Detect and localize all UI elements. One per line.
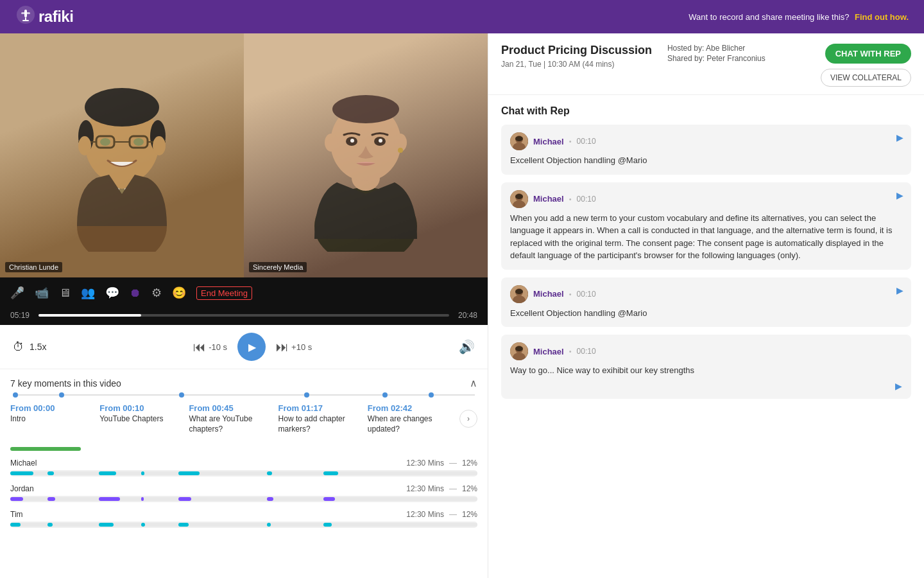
- end-meeting-btn[interactable]: End Meeting: [196, 286, 252, 300]
- key-moments-title: 7 key moments in this video: [10, 378, 121, 389]
- speaker-segment-0-0: [10, 471, 33, 475]
- video-icon[interactable]: 📹: [35, 286, 49, 300]
- time-total: 20:48: [456, 311, 477, 320]
- speaker-segment-1-4: [178, 497, 191, 501]
- chat-message-2: Michael • 00:10 ▶Excellent Objection han…: [501, 277, 911, 328]
- meeting-date: Jan 21, Tue | 10:30 AM (44 mins): [501, 60, 654, 69]
- nav-cta-link[interactable]: Find out how.: [855, 12, 909, 22]
- nav-cta: Want to record and share meeting like th…: [689, 11, 909, 22]
- timeline-track: [13, 394, 475, 396]
- speaker-section: Michael 12:30 Mins — 12% Jordan 12:30 Mi…: [0, 442, 488, 578]
- speaker-segment-1-2: [99, 497, 120, 501]
- video-name-right: Sincerely Media: [249, 262, 307, 272]
- video-feed-right: Sincerely Media: [244, 33, 488, 277]
- moment-item-3[interactable]: From 01:17How to add chapter markers?: [278, 403, 368, 434]
- playback-controls: ⏱ 1.5x ⏮ -10 s ▶ ⏭ +10 s 🔊: [0, 325, 488, 369]
- svg-point-28: [398, 148, 403, 153]
- shared-by: Shared by: Peter Franconius: [667, 54, 821, 63]
- chat-play-btn-2[interactable]: ▶: [896, 285, 903, 295]
- svg-point-31: [350, 139, 354, 143]
- moment-item-4[interactable]: From 02:42When are changes updated?: [368, 403, 457, 434]
- speed-control: ⏱ 1.5x: [13, 340, 46, 354]
- screenshare-icon[interactable]: 🖥: [59, 286, 71, 300]
- center-controls: ⏮ -10 s ▶ ⏭ +10 s: [193, 333, 312, 361]
- svg-point-32: [379, 139, 382, 143]
- moments-timeline: [10, 394, 477, 396]
- chat-play-btn-bottom[interactable]: ▶: [895, 381, 902, 391]
- progress-bar[interactable]: [38, 314, 449, 317]
- speaker-segment-1-6: [323, 497, 335, 501]
- skip-forward-icon: ⏭: [276, 340, 289, 355]
- chat-with-rep-btn[interactable]: CHAT WITH REP: [825, 44, 911, 64]
- svg-rect-4: [22, 20, 29, 21]
- moment-item-1[interactable]: From 00:10YouTube Chapters: [99, 403, 189, 434]
- main-layout: Christian Lunde: [0, 33, 924, 578]
- right-panel: Product Pricing Discussion Jan 21, Tue |…: [488, 33, 924, 578]
- video-name-left: Christian Lunde: [5, 262, 62, 272]
- chat-message-0: Michael • 00:10 ▶Excellent Objection han…: [501, 125, 911, 175]
- video-person-left: [0, 33, 244, 277]
- video-feed: Christian Lunde: [0, 33, 488, 277]
- skip-back-btn[interactable]: ⏮ -10 s: [193, 340, 227, 355]
- timeline-dot-5: [382, 392, 388, 398]
- participants-icon[interactable]: 👥: [81, 286, 95, 300]
- svg-point-25: [332, 95, 399, 123]
- chat-play-btn-1[interactable]: ▶: [896, 190, 903, 200]
- video-controls-bar: 🎤 📹 🖥 👥 💬 ⏺ ⚙ 😊 End Meeting: [0, 277, 488, 308]
- chat-message-3: Michael • 00:10 Way to go... Nice way to…: [501, 335, 911, 399]
- chat-avatar-3: [510, 342, 528, 360]
- timeline-dot-2: [59, 392, 64, 398]
- speaker-bar-1: [10, 496, 477, 502]
- speaking-indicator: [10, 447, 81, 451]
- svg-point-20: [78, 136, 91, 155]
- speaker-segment-0-1: [47, 471, 54, 475]
- svg-point-48: [515, 346, 523, 351]
- skip-forward-btn[interactable]: ⏭ +10 s: [276, 340, 312, 355]
- chat-text-3: Way to go... Nice way to exihibit our ke…: [510, 364, 902, 377]
- speaker-segment-2-5: [267, 523, 270, 527]
- chat-avatar-1: [510, 190, 528, 208]
- meeting-info: Product Pricing Discussion Jan 21, Tue |…: [488, 33, 924, 95]
- chat-title: Chat with Rep: [501, 105, 911, 117]
- play-pause-btn[interactable]: ▶: [237, 333, 266, 361]
- video-toolbar-icons: 🎤 📹 🖥 👥 💬 ⏺ ⚙ 😊 End Meeting: [10, 286, 252, 300]
- left-panel: Christian Lunde: [0, 33, 488, 578]
- logo-text: rafiki: [38, 8, 73, 26]
- emoji-icon[interactable]: 😊: [172, 286, 186, 300]
- key-moments-header: 7 key moments in this video ∧: [10, 377, 477, 389]
- chat-play-btn-0[interactable]: ▶: [896, 132, 903, 143]
- speaker-bar-2: [10, 521, 477, 528]
- view-collateral-btn[interactable]: VIEW COLLATERAL: [821, 69, 911, 87]
- meeting-title: Product Pricing Discussion: [501, 44, 654, 57]
- collapse-btn[interactable]: ∧: [470, 377, 477, 389]
- moment-item-2[interactable]: From 00:45What are YouTube chapters?: [189, 403, 278, 434]
- logo-icon: [15, 4, 36, 29]
- speaker-row-1: Jordan 12:30 Mins — 12%: [10, 484, 477, 502]
- top-nav: rafiki Want to record and share meeting …: [0, 0, 924, 33]
- chat-text-1: When you add a new term to your custom v…: [510, 212, 902, 262]
- svg-point-18: [100, 138, 110, 146]
- svg-point-40: [515, 194, 523, 199]
- speaker-segment-0-4: [178, 471, 200, 475]
- speed-label[interactable]: 1.5x: [30, 342, 46, 352]
- moments-next-btn[interactable]: ›: [459, 410, 477, 428]
- more-icon[interactable]: ⚙: [151, 286, 162, 300]
- speaker-segment-2-2: [99, 523, 114, 527]
- svg-point-44: [515, 289, 523, 294]
- volume-control[interactable]: 🔊: [459, 339, 475, 355]
- speaker-segment-1-1: [47, 497, 55, 501]
- timeline-dot-3: [179, 392, 184, 398]
- speaker-segment-1-0: [10, 497, 23, 501]
- volume-icon: 🔊: [459, 340, 475, 354]
- speaker-segment-1-5: [267, 497, 273, 501]
- video-feed-left: Christian Lunde: [0, 33, 244, 277]
- timeline-dot-4: [304, 392, 309, 398]
- moment-item-0[interactable]: From 00:00Intro: [10, 403, 99, 434]
- hosted-by: Hosted by: Abe Blicher: [667, 44, 821, 53]
- chat-icon[interactable]: 💬: [105, 286, 119, 300]
- svg-rect-2: [21, 12, 30, 14]
- speaker-segment-0-2: [99, 471, 116, 475]
- record-icon[interactable]: ⏺: [130, 286, 141, 300]
- meeting-actions: CHAT WITH REP VIEW COLLATERAL: [821, 44, 911, 87]
- mic-icon[interactable]: 🎤: [10, 286, 24, 300]
